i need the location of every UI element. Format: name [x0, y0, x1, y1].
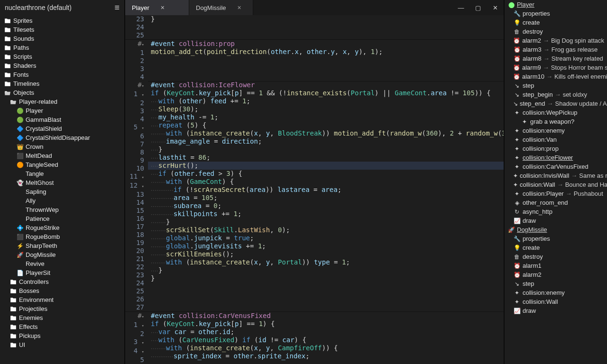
outline-label: destroy — [523, 28, 543, 35]
outline-item[interactable]: ⏰alarm10→Kills off-level enemie — [505, 72, 607, 81]
outline-item[interactable]: 🔧properties — [505, 9, 607, 18]
tree-label: Patience — [26, 215, 50, 222]
menu-icon[interactable]: ≡ — [114, 3, 120, 12]
tree-item[interactable]: Objects — [0, 88, 124, 97]
outline-item[interactable]: 🗑destroy — [505, 27, 607, 36]
tree-item[interactable]: 🟠TangleSeed — [0, 160, 124, 169]
outline-item[interactable]: ✦collision:IceFlower — [505, 153, 607, 162]
tab-player[interactable]: Player× — [125, 0, 189, 15]
tree-item[interactable]: 📄PlayerSit — [0, 268, 124, 277]
tree-item[interactable]: Sapling — [0, 187, 124, 196]
outline-item[interactable]: ↘step_begin→set oldxy — [505, 90, 607, 99]
outline-item[interactable]: ✦collision:enemy — [505, 126, 607, 135]
close-button[interactable]: ✕ — [487, 0, 504, 15]
outline-item[interactable]: ⏰alarm8→Stream key related — [505, 54, 607, 63]
tree-item[interactable]: Sprites — [0, 16, 124, 25]
tree-item[interactable]: Revive — [0, 259, 124, 268]
tree-label: DogMissile — [26, 251, 56, 258]
outline-item[interactable]: ✦collision:Van — [505, 135, 607, 144]
outline-item[interactable]: ↘step — [505, 279, 607, 288]
tree-item[interactable]: Enemies — [0, 313, 124, 322]
tree-label: Pickups — [19, 332, 41, 339]
tree-item[interactable]: Timelines — [0, 79, 124, 88]
tree-item[interactable]: Player-related — [0, 97, 124, 106]
tree-item[interactable]: Controllers — [0, 277, 124, 286]
tree-item[interactable]: Pickups — [0, 331, 124, 340]
tree-item[interactable]: 🚀DogMissile — [0, 250, 124, 259]
outline-panel[interactable]: ⬤Player🔧properties💡create🗑destroy⏰alarm2… — [504, 0, 607, 364]
outline-item[interactable]: ⏰alarm2 — [505, 270, 607, 279]
tree-item[interactable]: 🟢Player — [0, 106, 124, 115]
tree-item[interactable]: 🔷CrystalShieldDisappear — [0, 133, 124, 142]
outline-item[interactable]: 📈draw — [505, 216, 607, 225]
code-block[interactable]: #event collision:IceFlowerif (KeyCont.ke… — [148, 81, 504, 311]
tree-item[interactable]: 👻MeltGhost — [0, 178, 124, 187]
arrow-icon: → — [543, 55, 550, 62]
arrow-icon: → — [547, 100, 553, 107]
code-block[interactable]: #event collision:CarVenusFixedif (KeyCon… — [148, 312, 504, 364]
tree-item[interactable]: ⬛RogueBomb — [0, 232, 124, 241]
code-block[interactable]: #event collision:propmotion_add_ct(point… — [148, 40, 504, 81]
minimize-button[interactable]: — — [452, 0, 469, 15]
gutter: #▾1234 — [125, 40, 148, 81]
tree-item[interactable]: Sounds — [0, 34, 124, 43]
tree-item[interactable]: Tilesets — [0, 25, 124, 34]
outline-item[interactable]: ◈other_room_end — [505, 198, 607, 207]
outline-item[interactable]: ⏰alarm3→Frog gas release — [505, 45, 607, 54]
tree-item[interactable]: Patience — [0, 214, 124, 223]
tree-item[interactable]: Projectiles — [0, 304, 124, 313]
tree-item[interactable]: 👑Crown — [0, 142, 124, 151]
tree-item[interactable]: Environment — [0, 295, 124, 304]
maximize-button[interactable]: ▢ — [469, 0, 487, 15]
close-icon[interactable]: × — [161, 4, 165, 11]
outline-item[interactable]: ⏰alarm9→Stops Horror beam so — [505, 63, 607, 72]
outline-item[interactable]: ↻async_http — [505, 207, 607, 216]
tree-item[interactable]: Effects — [0, 322, 124, 331]
outline-item[interactable]: ⏰alarm1 — [505, 261, 607, 270]
outline-item[interactable]: 💡create — [505, 18, 607, 27]
outline-object[interactable]: ⬤Player — [505, 0, 607, 9]
outline-item[interactable]: ✦collision:Player→Pushabout — [505, 189, 607, 198]
outline-item[interactable]: ⏰alarm2→Big Dog spin attack — [505, 36, 607, 45]
outline-item[interactable]: ✦collision:Wall→Bounce and Ha — [505, 180, 607, 189]
tree-item[interactable]: 🔷CrystalShield — [0, 124, 124, 133]
tab-label: Player — [132, 4, 149, 11]
tree-label: Sounds — [13, 35, 34, 42]
outline-item[interactable]: 🔧properties — [505, 234, 607, 243]
tree-item[interactable]: Scripts — [0, 52, 124, 61]
outline-item[interactable]: ✦collision:InvisiWall→Same as n — [505, 171, 607, 180]
outline-item[interactable]: ✦collision:Wall — [505, 297, 607, 306]
outline-item[interactable]: ✦collision:prop — [505, 144, 607, 153]
tree-item[interactable]: Shaders — [0, 61, 124, 70]
outline-item[interactable]: ↘step_end→Shadow update / Ai — [505, 99, 607, 108]
tree-item[interactable]: 🟢GammaBlast — [0, 115, 124, 124]
outline-item[interactable]: 💡create — [505, 243, 607, 252]
tree-item[interactable]: ⬛MeltDead — [0, 151, 124, 160]
close-icon[interactable]: × — [238, 4, 241, 11]
outline-item[interactable]: ✦collision:CarVenusFixed — [505, 162, 607, 171]
outline-item[interactable]: ✦collision:enemy — [505, 288, 607, 297]
tree-item[interactable]: 💠RogueStrike — [0, 223, 124, 232]
tree-label: CrystalShield — [26, 125, 62, 132]
tree-item[interactable]: UI — [0, 340, 124, 349]
outline-label: alarm9 — [522, 64, 541, 71]
outline-item[interactable]: ↘step — [505, 81, 607, 90]
code-editor[interactable]: 232425} #▾1234#event collision:propmotio… — [125, 15, 504, 364]
tree-item[interactable]: Fonts — [0, 70, 124, 79]
tree-icon: 🔷 — [16, 134, 24, 142]
tree-label: Environment — [19, 296, 54, 303]
tree-item[interactable]: ThrownWep — [0, 205, 124, 214]
outline-object[interactable]: 🚀DogMissile — [505, 225, 607, 234]
tree-item[interactable]: Tangle — [0, 169, 124, 178]
outline-item[interactable]: ✦grab a weapon? — [505, 117, 607, 126]
resource-tree[interactable]: SpritesTilesetsSoundsPathsScriptsShaders… — [0, 15, 124, 364]
tree-item[interactable]: ⚡SharpTeeth — [0, 241, 124, 250]
tree-item[interactable]: Paths — [0, 43, 124, 52]
tree-item[interactable]: Bosses — [0, 286, 124, 295]
outline-item[interactable]: 📈draw — [505, 306, 607, 315]
tab-dogmissile[interactable]: DogMissile× — [189, 0, 253, 15]
tree-item[interactable]: Ally — [0, 196, 124, 205]
outline-item[interactable]: 🗑destroy — [505, 252, 607, 261]
tree-label: TangleSeed — [26, 161, 58, 168]
outline-item[interactable]: ✦collision:WepPickup — [505, 108, 607, 117]
